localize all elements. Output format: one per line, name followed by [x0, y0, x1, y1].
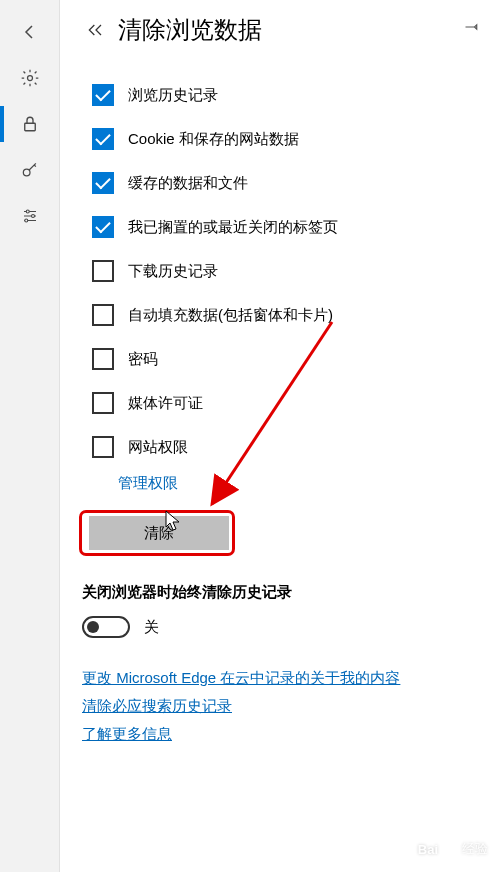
- svg-point-7: [445, 844, 449, 848]
- svg-point-8: [451, 844, 455, 848]
- svg-point-2: [23, 169, 30, 176]
- clear-button[interactable]: 清除: [89, 516, 229, 550]
- svg-point-11: [447, 848, 452, 855]
- settings-gear-icon[interactable]: [10, 58, 50, 98]
- learn-more-link[interactable]: 了解更多信息: [82, 720, 478, 748]
- cloud-data-link[interactable]: 更改 Microsoft Edge 在云中记录的关于我的内容: [82, 664, 478, 692]
- bing-history-link[interactable]: 清除必应搜索历史记录: [82, 692, 478, 720]
- option-row: 缓存的数据和文件: [92, 172, 478, 194]
- option-row: 我已搁置的或最近关闭的标签页: [92, 216, 478, 238]
- option-checkbox[interactable]: [92, 260, 114, 282]
- option-label: 浏览历史记录: [128, 84, 218, 106]
- option-row: 浏览历史记录: [92, 84, 478, 106]
- option-row: 媒体许可证: [92, 392, 478, 414]
- option-label: 缓存的数据和文件: [128, 172, 248, 194]
- svg-point-5: [24, 219, 27, 222]
- baidu-watermark: Bai 经验: [418, 840, 488, 858]
- svg-point-9: [443, 850, 447, 854]
- svg-point-0: [27, 76, 32, 81]
- passwords-key-icon[interactable]: [10, 150, 50, 190]
- option-label: 密码: [128, 348, 158, 370]
- option-row: 自动填充数据(包括窗体和卡片): [92, 304, 478, 326]
- always-clear-heading: 关闭浏览器时始终清除历史记录: [82, 583, 478, 602]
- always-clear-toggle[interactable]: [82, 616, 130, 638]
- option-label: 网站权限: [128, 436, 188, 458]
- panel-back-icon[interactable]: [82, 16, 110, 44]
- svg-point-10: [453, 850, 457, 854]
- option-label: Cookie 和保存的网站数据: [128, 128, 299, 150]
- option-label: 我已搁置的或最近关闭的标签页: [128, 216, 338, 238]
- panel-title: 清除浏览数据: [118, 14, 262, 46]
- manage-permissions-link[interactable]: 管理权限: [118, 474, 478, 493]
- clear-data-panel: 清除浏览数据 浏览历史记录Cookie 和保存的网站数据缓存的数据和文件我已搁置…: [60, 0, 500, 872]
- toggle-state-label: 关: [144, 618, 159, 637]
- clear-button-highlight: 清除: [82, 513, 232, 553]
- privacy-lock-icon[interactable]: [10, 104, 50, 144]
- option-checkbox[interactable]: [92, 172, 114, 194]
- option-checkbox[interactable]: [92, 348, 114, 370]
- option-row: 下载历史记录: [92, 260, 478, 282]
- option-label: 下载历史记录: [128, 260, 218, 282]
- settings-sidebar: [0, 0, 60, 872]
- svg-rect-1: [24, 123, 35, 131]
- option-row: 网站权限: [92, 436, 478, 458]
- option-checkbox[interactable]: [92, 436, 114, 458]
- advanced-sliders-icon[interactable]: [10, 196, 50, 236]
- options-list: 浏览历史记录Cookie 和保存的网站数据缓存的数据和文件我已搁置的或最近关闭的…: [92, 84, 478, 458]
- option-label: 自动填充数据(包括窗体和卡片): [128, 304, 333, 326]
- option-checkbox[interactable]: [92, 216, 114, 238]
- external-links: 更改 Microsoft Edge 在云中记录的关于我的内容 清除必应搜索历史记…: [82, 664, 478, 748]
- pin-icon[interactable]: [464, 18, 482, 39]
- option-row: Cookie 和保存的网站数据: [92, 128, 478, 150]
- option-checkbox[interactable]: [92, 304, 114, 326]
- back-nav-icon[interactable]: [10, 12, 50, 52]
- option-checkbox[interactable]: [92, 128, 114, 150]
- svg-point-3: [26, 210, 29, 213]
- option-row: 密码: [92, 348, 478, 370]
- option-label: 媒体许可证: [128, 392, 203, 414]
- option-checkbox[interactable]: [92, 84, 114, 106]
- svg-point-4: [31, 215, 34, 218]
- option-checkbox[interactable]: [92, 392, 114, 414]
